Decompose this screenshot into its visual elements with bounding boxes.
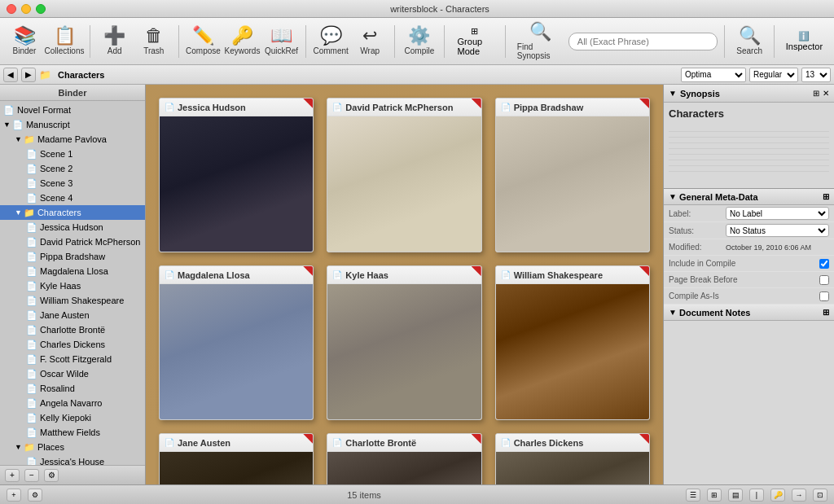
search-icon: 🔍 [739, 27, 761, 45]
status-label: Status: [669, 226, 726, 235]
binder-item-places[interactable]: ▼📁Places [0, 440, 145, 454]
view-btn-2[interactable]: ⊞ [707, 489, 722, 502]
status-add-button[interactable]: + [7, 489, 21, 502]
binder-item-charlotte-bronte[interactable]: 📄Charlotte Brontë [0, 322, 145, 337]
group-mode-button[interactable]: ⊞ Group Mode [451, 21, 499, 62]
binder-item-scene-1[interactable]: 📄Scene 1 [0, 147, 145, 161]
view-btn-3[interactable]: ▤ [728, 489, 743, 502]
close-button[interactable] [7, 4, 16, 14]
binder-item-rosalind[interactable]: 📄Rosalind [0, 381, 145, 396]
nav-next-button[interactable]: ▶ [21, 68, 36, 82]
index-card-charles-dickens[interactable]: 📄Charles Dickens [495, 433, 650, 484]
card-header: 📄Jessica Hudson [160, 99, 313, 116]
page-break-checkbox[interactable] [819, 275, 829, 285]
binder-item-matthew-fields[interactable]: 📄Matthew Fields [0, 425, 145, 440]
disclosure-triangle[interactable]: ▼ [15, 443, 22, 451]
traffic-lights[interactable] [7, 4, 46, 14]
index-card-kyle-haas[interactable]: 📄Kyle Haas [327, 265, 481, 420]
binder-label: Binder [13, 46, 37, 55]
binder-settings-button[interactable]: ⚙ [44, 469, 59, 482]
binder-item-madame-pavlova[interactable]: ▼📁Madame Pavlova [0, 132, 145, 147]
disclosure-triangle[interactable]: ▼ [15, 135, 22, 143]
binder-item-f-scott[interactable]: 📄F. Scott Fitzgerald [0, 352, 145, 366]
compose-icon: ✏️ [192, 27, 214, 45]
add-binder-item-button[interactable]: + [5, 469, 20, 482]
compile-as-is-label: Compile As-Is [669, 291, 819, 300]
index-card-magdalena-llosa[interactable]: 📄Magdalena Llosa [159, 265, 314, 420]
trash-button[interactable]: 🗑 Trash [136, 21, 172, 62]
binder-item-pippa-bradshaw[interactable]: 📄Pippa Bradshaw [0, 249, 145, 264]
binder-item-scene-2[interactable]: 📄Scene 2 [0, 161, 145, 176]
main-layout: Binder 📄Novel Format▼📄Manuscript▼📁Madame… [0, 85, 834, 484]
nav-prev-button[interactable]: ◀ [3, 68, 18, 82]
card-portrait [160, 452, 313, 484]
font-select[interactable]: Optima [681, 68, 746, 82]
card-portrait [496, 452, 649, 484]
search-input[interactable] [568, 33, 718, 50]
binder-button[interactable]: 📚 Binder [7, 21, 42, 62]
binder-item-manuscript[interactable]: ▼📄Manuscript [0, 117, 145, 132]
binder-item-jane-austen[interactable]: 📄Jane Austen [0, 308, 145, 322]
collections-button[interactable]: 📋 Collections [46, 21, 83, 62]
keywords-button[interactable]: 🔑 Keywords [224, 21, 260, 62]
binder-tree[interactable]: 📄Novel Format▼📄Manuscript▼📁Madame Pavlov… [0, 101, 145, 465]
binder-item-kelly-kiepoki[interactable]: 📄Kelly Kiepoki [0, 410, 145, 425]
view-btn-1[interactable]: ☰ [686, 489, 700, 502]
size-select[interactable]: 13 [801, 68, 831, 82]
index-card-william-shakespeare[interactable]: 📄William Shakespeare [495, 265, 650, 420]
binder-item-angela-navarro[interactable]: 📄Angela Navarro [0, 396, 145, 410]
binder-item-charles-dickens[interactable]: 📄Charles Dickens [0, 337, 145, 352]
compose-label: Compose [186, 46, 221, 55]
view-btn-5[interactable]: 🔑 [770, 489, 785, 502]
disclosure-triangle[interactable]: ▼ [3, 121, 11, 129]
add-button[interactable]: ➕ Add [97, 21, 133, 62]
compile-button[interactable]: ⚙️ Compile [402, 21, 437, 62]
view-btn-4[interactable]: | [749, 489, 764, 502]
label-select[interactable]: No Label [726, 207, 829, 220]
index-card-david-patrick[interactable]: 📄David Patrick McPherson [327, 98, 481, 252]
binder-item-kyle-haas[interactable]: 📄Kyle Haas [0, 278, 145, 293]
binder-item-novel-format[interactable]: 📄Novel Format [0, 103, 145, 117]
binder-item-jessicas-house[interactable]: 📄Jessica's House [0, 454, 145, 465]
binder-icon: 📚 [14, 27, 36, 45]
zoom-button[interactable] [36, 4, 46, 14]
corkboard-area[interactable]: 📄Jessica Hudson📄David Patrick McPherson📄… [146, 85, 663, 484]
quickref-icon: 📖 [270, 27, 292, 45]
binder-item-david-patrick[interactable]: 📄David Patrick McPherson [0, 234, 145, 249]
include-compile-checkbox[interactable] [819, 259, 829, 269]
binder-item-scene-3[interactable]: 📄Scene 3 [0, 176, 145, 191]
minimize-button[interactable] [21, 4, 31, 14]
compose-button[interactable]: ✏️ Compose [185, 21, 221, 62]
comment-button[interactable]: 💬 Comment [313, 21, 349, 62]
binder-item-scene-4[interactable]: 📄Scene 4 [0, 191, 145, 205]
remove-binder-item-button[interactable]: − [24, 469, 39, 482]
tree-item-icon: 📁 [24, 134, 35, 145]
status-settings-button[interactable]: ⚙ [28, 489, 42, 502]
binder-item-characters[interactable]: ▼📁Characters [0, 205, 145, 220]
index-card-charlotte-bronte[interactable]: 📄Charlotte Brontë [327, 433, 481, 484]
quickref-button[interactable]: 📖 QuickRef [263, 21, 299, 62]
tree-item-icon: 📄 [26, 266, 37, 277]
search-button[interactable]: 🔍 Search [731, 21, 767, 62]
binder-item-jessica-hudson[interactable]: 📄Jessica Hudson [0, 220, 145, 234]
index-card-jessica-hudson[interactable]: 📄Jessica Hudson [159, 98, 314, 252]
view-btn-7[interactable]: ⊡ [813, 489, 827, 502]
tree-item-label: Charles Dickens [40, 340, 105, 349]
style-select[interactable]: Regular [749, 68, 798, 82]
binder-item-oscar-wilde[interactable]: 📄Oscar Wilde [0, 366, 145, 381]
index-card-pippa-bradshaw[interactable]: 📄Pippa Bradshaw [495, 98, 650, 252]
disclosure-triangle[interactable]: ▼ [15, 208, 22, 217]
binder-item-william-shakespeare[interactable]: 📄William Shakespeare [0, 293, 145, 308]
keywords-icon: 🔑 [231, 27, 253, 45]
tree-item-icon: 📄 [26, 193, 37, 204]
wrap-button[interactable]: ↩ Wrap [352, 21, 388, 62]
binder-item-magdalena-llosa[interactable]: 📄Magdalena Llosa [0, 264, 145, 278]
index-card-jane-austen[interactable]: 📄Jane Austen [159, 433, 314, 484]
tree-item-icon: 📄 [26, 281, 37, 291]
tree-item-label: Scene 1 [40, 149, 72, 159]
find-synopsis-button[interactable]: 🔍 Find Synopsis [512, 21, 568, 62]
view-btn-6[interactable]: → [792, 489, 806, 502]
status-select[interactable]: No Status [726, 224, 829, 237]
compile-as-is-checkbox[interactable] [819, 291, 829, 301]
inspector-button[interactable]: ℹ️ Inspector [781, 21, 827, 62]
